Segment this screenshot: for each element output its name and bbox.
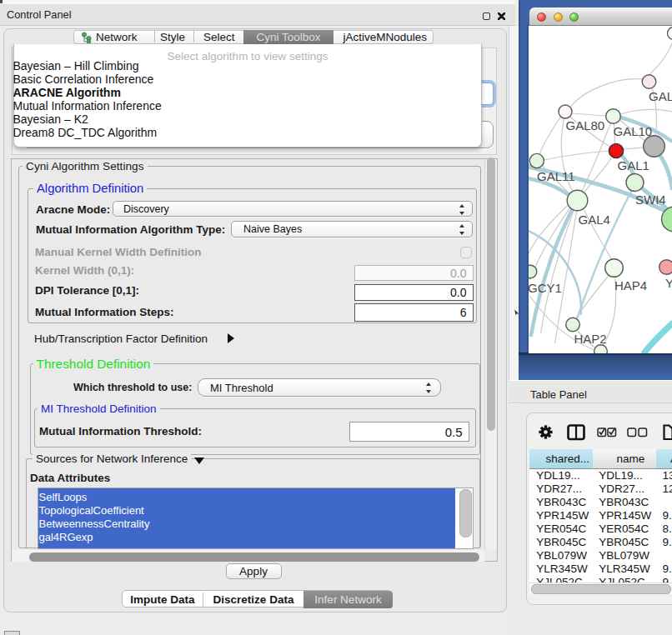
svg-text:GAL10: GAL10 bbox=[613, 124, 652, 138]
svg-text:SWI4: SWI4 bbox=[635, 192, 666, 207]
svg-text:GAL80: GAL80 bbox=[565, 118, 604, 132]
svg-text:GAL7: GAL7 bbox=[649, 89, 672, 103]
svg-text:GAL11: GAL11 bbox=[537, 169, 575, 183]
svg-text:GAL4: GAL4 bbox=[578, 212, 609, 227]
svg-text:HAP4: HAP4 bbox=[614, 278, 647, 292]
svg-text:GCY1: GCY1 bbox=[529, 281, 562, 295]
svg-text:HAP2: HAP2 bbox=[574, 332, 606, 346]
svg-text:GAL1: GAL1 bbox=[617, 158, 649, 172]
svg-text:YE: YE bbox=[665, 276, 672, 290]
